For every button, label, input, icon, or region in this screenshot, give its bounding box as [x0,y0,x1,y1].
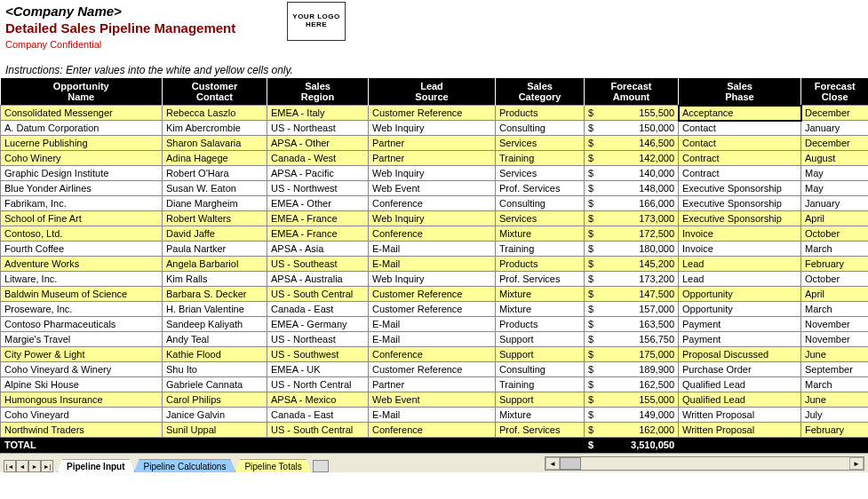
cell[interactable]: $166,000 [585,196,679,211]
cell[interactable]: Rebecca Laszlo [163,106,267,121]
cell[interactable]: Opportunity [679,287,801,302]
cell[interactable]: February [801,257,869,272]
tab-nav-next[interactable]: ► [28,460,41,472]
cell[interactable]: Written Proposal [679,408,801,423]
scroll-thumb[interactable] [560,457,581,470]
cell[interactable]: Gabriele Cannata [163,377,267,392]
cell[interactable]: Mixture [496,408,585,423]
tab-options-icon[interactable] [313,460,329,472]
cell[interactable]: Qualified Lead [679,392,801,408]
cell[interactable]: Northwind Traders [1,423,163,438]
scroll-left-button[interactable]: ◄ [545,457,560,470]
cell[interactable]: $150,000 [585,121,679,136]
cell[interactable]: Web Inquiry [369,211,496,226]
cell[interactable]: E-Mail [369,317,496,332]
cell[interactable]: Canada - East [267,302,369,317]
cell[interactable]: $162,500 [585,377,679,392]
cell[interactable]: Conference [369,347,496,362]
tab-nav-last[interactable]: ►| [41,460,53,472]
cell[interactable]: Consulting [496,362,585,377]
cell[interactable]: EMEA - France [267,211,369,226]
cell[interactable]: Invoice [679,242,801,257]
cell[interactable]: Support [496,347,585,362]
col-header-2[interactable]: SalesRegion [267,78,369,106]
cell[interactable]: APSA - Mexico [267,392,369,408]
cell[interactable]: Barbara S. Decker [163,287,267,302]
cell[interactable]: EMEA - France [267,226,369,242]
cell[interactable]: Robert O'Hara [163,166,267,181]
cell[interactable]: November [801,317,869,332]
cell[interactable]: Paula Nartker [163,242,267,257]
cell[interactable]: Support [496,332,585,347]
cell[interactable]: US - Northeast [267,121,369,136]
cell[interactable]: H. Brian Valentine [163,302,267,317]
cell[interactable]: $147,500 [585,287,679,302]
cell[interactable]: Services [496,136,585,151]
cell[interactable]: APSA - Australia [267,272,369,287]
cell[interactable]: Proseware, Inc. [1,302,163,317]
cell[interactable]: US - North Central [267,377,369,392]
cell[interactable]: Consolidated Messenger [1,106,163,121]
cell[interactable]: E-Mail [369,242,496,257]
horizontal-scrollbar[interactable]: ◄ ► [545,456,864,471]
cell[interactable]: Executive Sponsorship [679,196,801,211]
cell[interactable]: Kathie Flood [163,347,267,362]
cell[interactable]: Kim Ralls [163,272,267,287]
cell[interactable]: Executive Sponsorship [679,181,801,196]
cell[interactable]: $157,000 [585,302,679,317]
cell[interactable]: Graphic Design Institute [1,166,163,181]
cell[interactable]: Angela Barbariol [163,257,267,272]
col-header-4[interactable]: SalesCategory [496,78,585,106]
sheet-tab-pipeline-input[interactable]: Pipeline Input [57,459,135,472]
cell[interactable]: Susan W. Eaton [163,181,267,196]
cell[interactable]: Contact [679,121,801,136]
cell[interactable]: January [801,196,869,211]
cell[interactable]: Baldwin Museum of Science [1,287,163,302]
cell[interactable]: Mixture [496,287,585,302]
cell[interactable]: $156,750 [585,332,679,347]
cell[interactable]: Products [496,106,585,121]
cell[interactable]: Web Inquiry [369,272,496,287]
cell[interactable]: EMEA - Other [267,196,369,211]
cell[interactable]: Coho Vineyard & Winery [1,362,163,377]
cell[interactable]: US - South Central [267,287,369,302]
scroll-track[interactable] [581,457,849,470]
cell[interactable]: $145,200 [585,257,679,272]
cell[interactable]: Shu Ito [163,362,267,377]
cell[interactable]: Customer Reference [369,287,496,302]
cell[interactable]: March [801,377,869,392]
cell[interactable]: Coho Winery [1,151,163,166]
cell[interactable]: Products [496,257,585,272]
cell[interactable]: February [801,423,869,438]
cell[interactable]: Lead [679,257,801,272]
cell[interactable]: Services [496,166,585,181]
cell[interactable]: Janice Galvin [163,408,267,423]
cell[interactable]: School of Fine Art [1,211,163,226]
col-header-0[interactable]: OpportunityName [1,78,163,106]
cell[interactable]: Alpine Ski House [1,377,163,392]
cell[interactable]: March [801,242,869,257]
cell[interactable]: Mixture [496,302,585,317]
cell[interactable]: US - Southwest [267,347,369,362]
cell[interactable]: Robert Walters [163,211,267,226]
cell[interactable]: Purchase Order [679,362,801,377]
cell[interactable]: Conference [369,226,496,242]
cell[interactable]: $155,500 [585,106,679,121]
cell[interactable]: $142,000 [585,151,679,166]
col-header-5[interactable]: ForecastAmount [585,78,679,106]
cell[interactable]: Sandeep Kaliyath [163,317,267,332]
cell[interactable]: David Jaffe [163,226,267,242]
cell[interactable]: Products [496,317,585,332]
cell[interactable]: Consulting [496,121,585,136]
cell[interactable]: Qualified Lead [679,377,801,392]
cell[interactable]: $173,000 [585,211,679,226]
cell[interactable]: A. Datum Corporation [1,121,163,136]
cell[interactable]: Services [496,211,585,226]
cell[interactable]: Partner [369,151,496,166]
cell[interactable]: Canada - East [267,408,369,423]
cell[interactable]: Contract [679,151,801,166]
cell[interactable]: EMEA - Germany [267,317,369,332]
cell[interactable]: $163,500 [585,317,679,332]
cell[interactable]: Andy Teal [163,332,267,347]
cell[interactable]: US - Southeast [267,257,369,272]
